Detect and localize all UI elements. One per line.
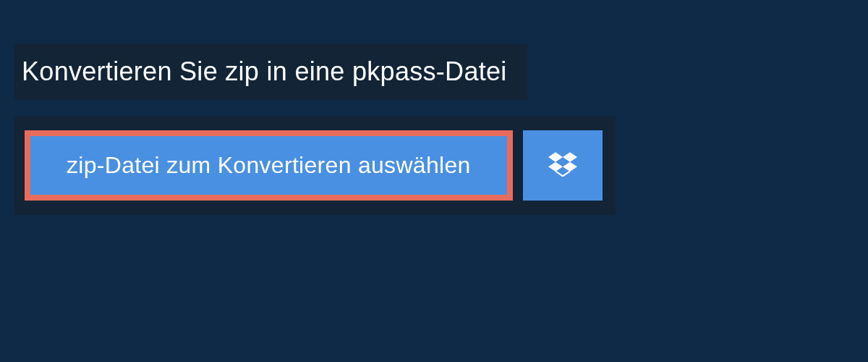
controls-panel: zip-Datei zum Konvertieren auswählen <box>14 116 616 215</box>
content-wrapper: Konvertieren Sie zip in eine pkpass-Date… <box>0 0 868 215</box>
heading-panel: Konvertieren Sie zip in eine pkpass-Date… <box>14 43 527 100</box>
dropbox-button[interactable] <box>523 130 603 201</box>
page-title: Konvertieren Sie zip in eine pkpass-Date… <box>22 56 507 87</box>
select-file-button[interactable]: zip-Datei zum Konvertieren auswählen <box>25 130 513 201</box>
dropbox-icon <box>548 150 577 181</box>
